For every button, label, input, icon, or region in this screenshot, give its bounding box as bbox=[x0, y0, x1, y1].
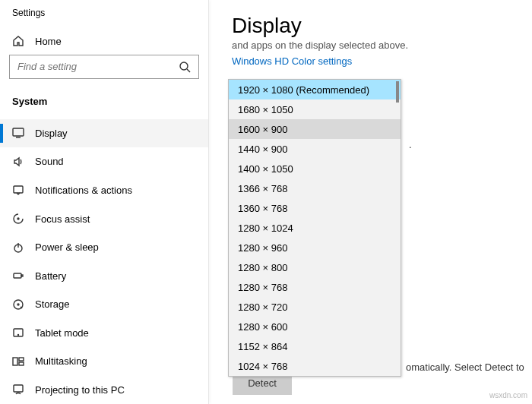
svg-rect-4 bbox=[14, 186, 23, 193]
watermark: wsxdn.com bbox=[489, 391, 527, 399]
projecting-icon bbox=[12, 383, 24, 396]
resolution-dropdown[interactable]: 1920 × 1080 (Recommended)1680 × 10501600… bbox=[228, 79, 401, 377]
sidebar-item-focus[interactable]: Focus assist bbox=[0, 204, 208, 233]
resolution-option[interactable]: 1680 × 1050 bbox=[229, 99, 401, 119]
svg-point-11 bbox=[17, 304, 19, 305]
sidebar-item-display[interactable]: Display bbox=[0, 119, 208, 148]
svg-point-5 bbox=[17, 218, 19, 219]
svg-point-14 bbox=[18, 335, 19, 336]
svg-rect-8 bbox=[14, 273, 21, 278]
sidebar-item-label: Power & sleep bbox=[35, 241, 99, 253]
sidebar-item-battery[interactable]: Battery bbox=[0, 261, 208, 290]
sidebar-item-tablet[interactable]: Tablet mode bbox=[0, 318, 208, 347]
svg-rect-17 bbox=[19, 362, 24, 365]
search-box[interactable] bbox=[9, 55, 199, 79]
svg-rect-15 bbox=[13, 358, 17, 365]
multitask-icon bbox=[12, 355, 24, 368]
resolution-option[interactable]: 1280 × 600 bbox=[229, 317, 401, 336]
sidebar-item-label: Notifications & actions bbox=[35, 185, 132, 196]
sidebar-item-notifications[interactable]: Notifications & actions bbox=[0, 176, 208, 205]
tablet-icon bbox=[12, 327, 24, 339]
resolution-option[interactable]: 1280 × 960 bbox=[229, 238, 401, 257]
resolution-option[interactable]: 1600 × 900 bbox=[229, 119, 401, 139]
svg-line-1 bbox=[187, 69, 190, 72]
resolution-option[interactable]: 1280 × 1024 bbox=[229, 218, 401, 238]
sidebar-item-label: Sound bbox=[35, 156, 64, 167]
page-title: Display bbox=[232, 14, 532, 38]
home-icon bbox=[12, 35, 24, 47]
storage-icon bbox=[12, 298, 24, 311]
sound-icon bbox=[12, 156, 24, 168]
battery-icon bbox=[12, 270, 24, 282]
svg-rect-9 bbox=[21, 275, 23, 276]
sidebar-item-sound[interactable]: Sound bbox=[0, 147, 208, 176]
sidebar-item-label: Battery bbox=[35, 270, 66, 282]
sidebar-item-label: Projecting to this PC bbox=[35, 384, 125, 396]
focus-icon bbox=[12, 213, 24, 225]
sidebar-item-label: Display bbox=[35, 128, 68, 139]
resolution-option[interactable]: 1920 × 1080 (Recommended) bbox=[229, 80, 401, 99]
notifications-icon bbox=[12, 184, 24, 196]
sidebar-item-label: Focus assist bbox=[35, 213, 90, 225]
dropdown-scrollbar[interactable] bbox=[397, 80, 401, 376]
display-icon bbox=[12, 127, 24, 139]
resolution-option[interactable]: 1400 × 1050 bbox=[229, 159, 401, 178]
sidebar-item-storage[interactable]: Storage bbox=[0, 290, 208, 319]
resolution-option[interactable]: 1152 × 864 bbox=[229, 336, 401, 356]
group-header: System bbox=[0, 91, 208, 119]
detect-hint-text: omatically. Select Detect to bbox=[406, 361, 524, 373]
sidebar-item-label: Multitasking bbox=[35, 355, 87, 367]
svg-rect-18 bbox=[14, 385, 23, 392]
hd-color-link[interactable]: Windows HD Color settings bbox=[232, 55, 532, 67]
resolution-option[interactable]: 1280 × 720 bbox=[229, 297, 401, 317]
sidebar-item-label: Storage bbox=[35, 298, 70, 310]
resolution-option[interactable]: 1280 × 800 bbox=[229, 257, 401, 277]
resolution-option[interactable]: 1280 × 768 bbox=[229, 277, 401, 297]
resolution-option[interactable]: 1360 × 768 bbox=[229, 198, 401, 218]
home-nav[interactable]: Home bbox=[0, 29, 208, 55]
home-label: Home bbox=[35, 36, 62, 47]
page-subtitle: and apps on the display selected above. bbox=[232, 39, 532, 51]
resolution-option[interactable]: 1366 × 768 bbox=[229, 178, 401, 198]
sidebar: Settings Home System DisplaySoundNotific… bbox=[0, 0, 209, 404]
truncated-text-right: . bbox=[409, 139, 412, 150]
scrollbar-thumb[interactable] bbox=[396, 81, 399, 103]
sidebar-item-projecting[interactable]: Projecting to this PC bbox=[0, 375, 208, 404]
search-input[interactable] bbox=[17, 61, 179, 72]
search-icon bbox=[179, 61, 191, 73]
resolution-option[interactable]: 1440 × 900 bbox=[229, 139, 401, 159]
sidebar-item-label: Tablet mode bbox=[35, 327, 89, 339]
svg-rect-16 bbox=[19, 358, 24, 361]
power-icon bbox=[12, 241, 24, 254]
sidebar-item-power[interactable]: Power & sleep bbox=[0, 233, 208, 262]
svg-point-0 bbox=[180, 62, 188, 70]
window-title: Settings bbox=[0, 0, 208, 29]
svg-rect-2 bbox=[13, 128, 24, 136]
sidebar-item-multitask[interactable]: Multitasking bbox=[0, 347, 208, 376]
nav-list: DisplaySoundNotifications & actionsFocus… bbox=[0, 119, 208, 404]
resolution-option[interactable]: 1024 × 768 bbox=[229, 356, 401, 376]
